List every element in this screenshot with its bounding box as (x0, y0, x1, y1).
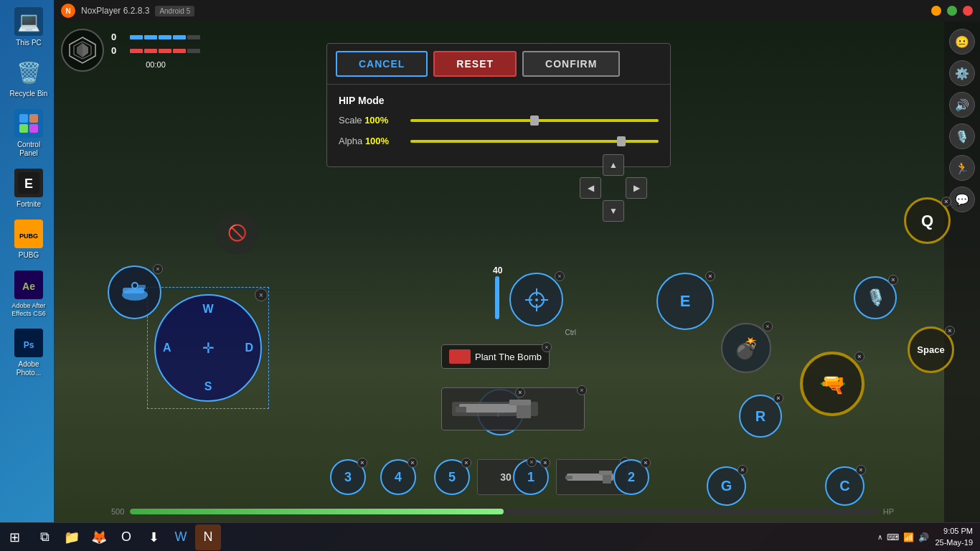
taskbar-nox[interactable]: N (195, 524, 221, 550)
run-button[interactable]: 🏃 (949, 155, 975, 181)
key-5-button[interactable]: 5 × (434, 459, 470, 495)
no-fps-icon[interactable]: 🚫 (215, 212, 258, 255)
mic-game-close-button[interactable]: × (888, 275, 898, 285)
face-button[interactable]: 😐 (949, 29, 975, 55)
modal-header: CANCEL RESET CONFIRM (327, 44, 670, 85)
dpad-up-button[interactable]: ▲ (603, 154, 624, 176)
key2-close[interactable]: × (641, 458, 651, 468)
space-close-button[interactable]: × (945, 326, 955, 336)
photoshop-icon[interactable]: Ps Adobe Photo... (7, 329, 50, 377)
q-key-button[interactable]: Q × (904, 197, 951, 244)
taskbar-right: ∧ ⌨ 📶 🔊 9:05 PM 25-May-19 (870, 526, 980, 548)
start-button[interactable]: ⊞ (0, 523, 29, 552)
fortnite-icon[interactable]: E Fortnite (7, 169, 50, 209)
game-content: 0 0 (54, 22, 980, 522)
e-key-button[interactable]: E × (656, 273, 714, 330)
a-key[interactable]: A (163, 342, 171, 354)
reset-button[interactable]: RESET (433, 51, 517, 77)
minimize-button[interactable] (931, 6, 941, 16)
weapon-slot-close-button[interactable]: × (577, 385, 587, 395)
volume-button[interactable]: 🔊 (949, 92, 975, 118)
key4-close[interactable]: × (407, 458, 418, 468)
scale-track[interactable] (410, 119, 659, 122)
crosshair-close-button[interactable]: × (555, 271, 565, 281)
tray-expand[interactable]: ∧ (877, 533, 882, 541)
key5-close[interactable]: × (461, 458, 471, 468)
cancel-button[interactable]: CANCEL (336, 51, 428, 77)
d-key[interactable]: D (245, 342, 253, 354)
bullet-close-button[interactable]: × (854, 352, 864, 362)
sys-tray: ∧ ⌨ 📶 🔊 (877, 532, 929, 542)
weapon-svg (445, 391, 545, 427)
bomb-close-button[interactable]: × (542, 342, 552, 352)
taskbar-word[interactable]: W (168, 524, 194, 550)
plant-bomb-button[interactable]: Plant The Bomb × (441, 344, 550, 369)
grenade-button[interactable]: 💣 × (721, 323, 771, 373)
s-key[interactable]: S (204, 380, 212, 393)
svg-rect-3 (29, 124, 38, 133)
weapon-button[interactable]: × (108, 265, 161, 319)
mic-game-button[interactable]: 🎙️ × (854, 276, 897, 319)
close-button[interactable] (963, 6, 973, 16)
g-close-button[interactable]: × (738, 465, 748, 475)
wasd-close-button[interactable]: × (255, 288, 268, 301)
r-key-button[interactable]: R × (739, 395, 782, 438)
svg-rect-30 (599, 471, 612, 475)
grenade-close-button[interactable]: × (763, 321, 773, 331)
taskbar-udownload[interactable]: ⬇ (141, 524, 166, 550)
confirm-button[interactable]: CONFIRM (522, 51, 620, 77)
crosshair-button[interactable]: × Ctrl (509, 273, 563, 326)
hp-value-left: 500 (111, 507, 124, 516)
tray-volume[interactable]: 🔊 (918, 532, 929, 542)
chat-button[interactable]: 💬 (949, 187, 975, 212)
dpad-left-button[interactable]: ◀ (580, 177, 601, 199)
c-close-button[interactable]: × (856, 465, 866, 475)
w-key[interactable]: W (202, 303, 213, 316)
pubg-icon[interactable]: PUBG PUBG (7, 220, 50, 260)
settings-button[interactable]: ⚙️ (949, 60, 975, 86)
weapon-close-button[interactable]: × (153, 264, 163, 274)
r-close-button[interactable]: × (773, 393, 783, 403)
ammo-close-button[interactable]: × (527, 457, 537, 467)
wasd-control[interactable]: W A S D ✛ × (154, 294, 262, 402)
dpad-right-button[interactable]: ▶ (626, 177, 647, 199)
f-close-button[interactable]: × (515, 387, 525, 397)
key3-close[interactable]: × (357, 458, 367, 468)
key1-close[interactable]: × (540, 458, 550, 468)
svg-point-23 (535, 298, 538, 301)
scale-value: 100% (364, 115, 388, 126)
maximize-button[interactable] (947, 6, 957, 16)
taskbar-task-view[interactable]: ⧉ (32, 524, 57, 550)
alpha-track[interactable] (410, 140, 659, 143)
key-3-button[interactable]: 3 × (330, 459, 366, 495)
hud-health-bar (130, 35, 200, 39)
tray-wifi[interactable]: 📶 (903, 532, 914, 542)
svg-text:Ae: Ae (22, 281, 35, 292)
tray-keyboard[interactable]: ⌨ (887, 532, 899, 542)
hud-top-left: 0 0 (61, 29, 200, 72)
after-effects-icon[interactable]: Ae Adobe After Effects CS6 (7, 270, 50, 318)
desktop-icons: 💻 This PC 🗑️ Recycle Bin Control Panel (7, 7, 50, 377)
wasd-circle[interactable]: W A S D ✛ (154, 294, 262, 402)
counter-value: 40 (493, 265, 502, 276)
key-2-button[interactable]: 2 × (613, 459, 649, 495)
space-key-button[interactable]: Space × (908, 326, 954, 373)
hp-bar-area: 500 HP (111, 504, 894, 519)
hp-label: HP (883, 507, 894, 516)
taskbar-firefox[interactable]: 🦊 (86, 524, 112, 550)
mic-button[interactable]: 🎙️ (949, 123, 975, 149)
q-close-button[interactable]: × (941, 197, 951, 207)
taskbar-explorer[interactable]: 📁 (59, 524, 85, 550)
dpad-down-button[interactable]: ▼ (603, 200, 624, 222)
c-key-button[interactable]: C × (825, 466, 864, 506)
this-pc-icon[interactable]: 💻 This PC (7, 7, 50, 47)
vertical-slider[interactable] (495, 276, 499, 319)
bullet-button[interactable]: 🔫 × (800, 352, 864, 416)
e-close-button[interactable]: × (705, 271, 715, 281)
recycle-bin-icon[interactable]: 🗑️ Recycle Bin (7, 58, 50, 98)
g-key-button[interactable]: G × (707, 466, 746, 506)
svg-rect-25 (459, 404, 517, 413)
key-4-button[interactable]: 4 × (380, 459, 416, 495)
taskbar-opera[interactable]: O (113, 524, 139, 550)
control-panel-icon[interactable]: Control Panel (7, 109, 50, 158)
